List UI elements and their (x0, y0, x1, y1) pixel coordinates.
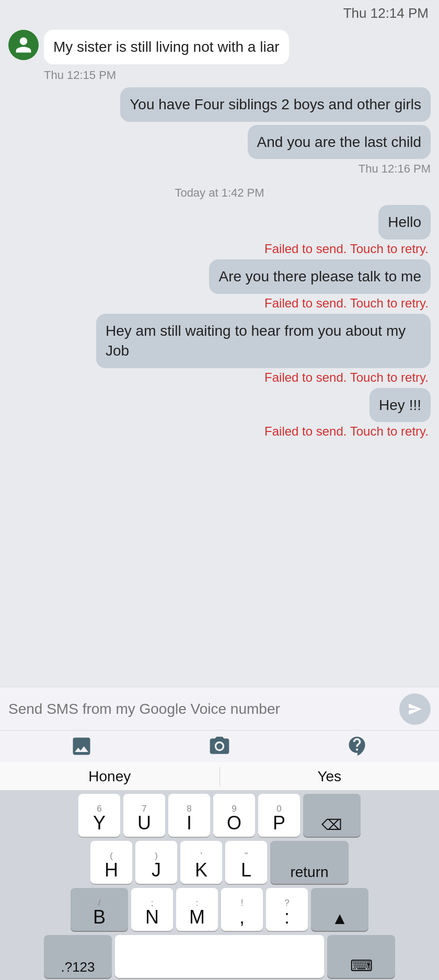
shift-left-key[interactable]: / B (71, 888, 128, 931)
key-k[interactable]: ' K (180, 841, 222, 884)
camera-icon[interactable] (151, 735, 288, 758)
bubble-outgoing-hey[interactable]: Hey !!! (369, 388, 431, 423)
return-key[interactable]: return (270, 841, 349, 884)
key-y[interactable]: 6 Y (78, 794, 120, 837)
key-row-4: .?123 ⌨ (2, 935, 437, 978)
key-m[interactable]: : M (176, 888, 218, 931)
bubble-incoming-1[interactable]: My sister is still living not with a lia… (44, 30, 289, 64)
bubble-outgoing-hey-waiting[interactable]: Hey am still waiting to hear from you ab… (96, 314, 431, 368)
key-row-2: ( H ) J ' K " L return (2, 841, 437, 884)
chat-area: My sister is still living not with a lia… (0, 25, 439, 687)
failed-label-areyou[interactable]: Failed to send. Touch to retry. (264, 296, 431, 311)
keyboard-suggestions: Honey Yes (0, 762, 439, 791)
key-row-1: 6 Y 7 U 8 I 9 O 0 P ⌫ (2, 794, 437, 837)
avatar (8, 30, 39, 60)
space-key[interactable] (115, 935, 324, 978)
keyboard: Honey Yes 6 Y 7 U 8 I 9 O 0 (0, 762, 439, 980)
send-button[interactable] (399, 693, 431, 725)
suggestion-honey[interactable]: Honey (0, 768, 220, 785)
key-o[interactable]: 9 O (213, 794, 255, 837)
bubble-outgoing-3[interactable]: And you are the last child (248, 125, 431, 159)
key-u[interactable]: 7 U (123, 794, 165, 837)
shift-right-key[interactable]: ▲ (311, 888, 368, 931)
sms-input[interactable] (8, 701, 394, 717)
outgoing-timestamp-3: Thu 12:16 PM (8, 162, 431, 176)
key-row-3: / B ; N : M ! , ? : ▲ (2, 888, 437, 931)
message-row-outgoing-hey: Hey !!! Failed to send. Touch to retry. (8, 388, 431, 439)
key-h[interactable]: ( H (90, 841, 132, 884)
message-row-incoming-1: My sister is still living not with a lia… (8, 30, 431, 64)
key-comma[interactable]: ! , (221, 888, 263, 931)
delete-key[interactable]: ⌫ (303, 794, 361, 837)
message-row-outgoing-3: And you are the last child (8, 125, 431, 159)
message-row-outgoing-hello: Hello Failed to send. Touch to retry. (8, 205, 431, 256)
key-123[interactable]: .?123 (44, 935, 112, 978)
toolbar-row (0, 730, 439, 762)
key-l[interactable]: " L (225, 841, 267, 884)
divider-today: Today at 1:42 PM (8, 186, 431, 200)
input-area (0, 687, 439, 730)
message-row-outgoing-areyou: Are you there please talk to me Failed t… (8, 259, 431, 311)
status-bar: Thu 12:14 PM (0, 0, 439, 25)
key-j[interactable]: ) J (135, 841, 177, 884)
incoming-timestamp-1: Thu 12:15 PM (44, 69, 431, 82)
spacer-left-2 (84, 841, 87, 884)
suggestion-yes[interactable]: Yes (220, 768, 440, 785)
image-attach-icon[interactable] (13, 735, 151, 758)
status-time: Thu 12:14 PM (343, 5, 429, 21)
key-period[interactable]: ? : (266, 888, 308, 931)
bubble-outgoing-2[interactable]: You have Four siblings 2 boys and other … (120, 87, 431, 122)
key-i[interactable]: 8 I (168, 794, 210, 837)
key-p[interactable]: 0 P (258, 794, 300, 837)
key-n[interactable]: ; N (131, 888, 173, 931)
bubble-outgoing-hello[interactable]: Hello (378, 205, 431, 240)
failed-label-hey[interactable]: Failed to send. Touch to retry. (264, 424, 431, 439)
key-rows: 6 Y 7 U 8 I 9 O 0 P ⌫ (0, 791, 439, 980)
spacer-right-2 (352, 841, 355, 884)
bubble-outgoing-areyou[interactable]: Are you there please talk to me (209, 259, 431, 294)
message-row-outgoing-hey-waiting: Hey am still waiting to hear from you ab… (8, 314, 431, 385)
failed-label-hello[interactable]: Failed to send. Touch to retry. (264, 242, 431, 256)
message-row-outgoing-2: You have Four siblings 2 boys and other … (8, 87, 431, 122)
sticker-icon[interactable] (288, 735, 426, 758)
failed-label-hey-waiting[interactable]: Failed to send. Touch to retry. (264, 370, 431, 385)
keyboard-dismiss-key[interactable]: ⌨ (327, 935, 395, 978)
